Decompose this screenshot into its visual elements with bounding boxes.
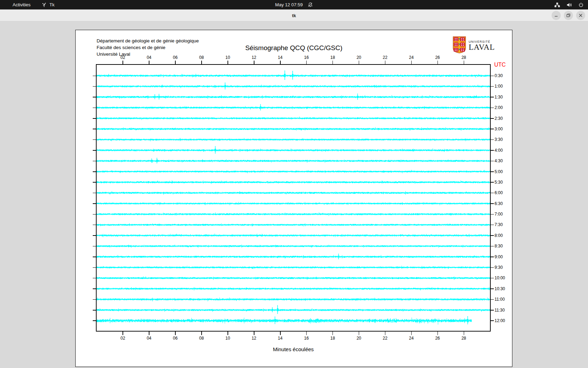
- row-time-label: 11:30: [495, 307, 505, 313]
- row-tick-left: [93, 235, 96, 236]
- row-tick-right: [491, 257, 494, 257]
- x-axis-tick-top: [227, 61, 228, 64]
- row-time-label: 8:30: [495, 243, 503, 249]
- row-tick-right: [491, 267, 494, 268]
- x-axis-tick-label-top: 08: [199, 55, 204, 60]
- institution-line: Faculté des sciences et de génie: [97, 44, 199, 51]
- x-axis-tick-label-top: 12: [252, 55, 256, 60]
- row-time-label: 10:00: [495, 275, 505, 281]
- x-axis-title: Minutes écoulées: [273, 346, 314, 352]
- row-tick-left: [93, 320, 96, 321]
- x-axis-tick-label-top: 28: [461, 55, 466, 60]
- row-tick-right: [491, 139, 494, 140]
- row-tick-right: [491, 246, 494, 247]
- laval-shield-icon: [453, 36, 466, 55]
- x-axis-tick-top: [464, 61, 464, 64]
- row-tick-left: [93, 225, 96, 225]
- x-axis-tick-top: [438, 61, 438, 64]
- x-axis-tick-label-top: 26: [435, 55, 440, 60]
- row-tick-left: [93, 139, 96, 140]
- x-axis-tick-label-bottom: 08: [199, 336, 204, 341]
- row-tick-left: [93, 267, 96, 268]
- row-tick-left: [93, 118, 96, 119]
- volume-icon: [566, 2, 572, 8]
- x-axis-tick-bottom: [385, 332, 386, 335]
- row-time-label: 2:30: [495, 116, 503, 121]
- x-axis-tick-bottom: [464, 332, 464, 335]
- x-axis-tick-label-bottom: 14: [278, 336, 282, 341]
- tk-icon: [42, 2, 47, 7]
- x-axis-tick-bottom: [175, 332, 176, 335]
- x-axis-tick-top: [332, 61, 333, 64]
- x-axis-tick-label-bottom: 12: [252, 336, 256, 341]
- window-title: tk: [292, 13, 296, 18]
- row-tick-left: [93, 76, 96, 76]
- x-axis-tick-label-top: 16: [304, 55, 309, 60]
- row-time-label: 8:00: [495, 233, 503, 238]
- row-time-label: 2:00: [495, 105, 503, 110]
- row-time-label: 1:00: [495, 83, 503, 89]
- x-axis-tick-label-top: 14: [278, 55, 282, 60]
- row-time-label: 4:30: [495, 158, 503, 164]
- row-time-label: 12:00: [495, 318, 505, 323]
- row-tick-left: [93, 299, 96, 300]
- row-time-label: 3:30: [495, 137, 503, 142]
- clock-menu[interactable]: May 12 07:59: [275, 2, 313, 7]
- x-axis-tick-label-top: 18: [330, 55, 335, 60]
- x-axis-tick-bottom: [411, 332, 412, 335]
- x-axis-tick-label-top: 06: [173, 55, 177, 60]
- x-axis-tick-top: [411, 61, 412, 64]
- x-axis-tick-label-bottom: 20: [357, 336, 361, 341]
- x-axis-tick-top: [175, 61, 176, 64]
- activities-button[interactable]: Activities: [10, 1, 33, 8]
- row-time-label: 11:00: [495, 297, 505, 302]
- app-indicator[interactable]: Tk: [42, 2, 54, 7]
- x-axis-tick-label-top: 20: [357, 55, 361, 60]
- row-tick-right: [491, 288, 494, 289]
- x-axis-tick-top: [280, 61, 281, 64]
- x-axis-tick-bottom: [149, 332, 149, 335]
- maximize-button[interactable]: [564, 11, 573, 20]
- x-axis-tick-label-bottom: 02: [120, 336, 125, 341]
- row-tick-left: [93, 257, 96, 257]
- close-button[interactable]: [576, 11, 585, 20]
- chart-title: Séismographe QCQ (CGC/GSC): [245, 44, 343, 52]
- row-tick-right: [491, 278, 494, 279]
- x-axis-tick-top: [254, 61, 254, 64]
- row-tick-left: [93, 97, 96, 97]
- x-axis-tick-label-top: 22: [383, 55, 387, 60]
- gnome-top-bar: Activities Tk May 12 07:59: [0, 0, 588, 9]
- x-axis-tick-label-top: 24: [409, 55, 414, 60]
- utc-label: UTC: [494, 62, 506, 68]
- row-tick-left: [93, 150, 96, 151]
- x-axis-tick-bottom: [201, 332, 202, 335]
- row-tick-left: [93, 288, 96, 289]
- system-tray[interactable]: [554, 2, 584, 8]
- row-time-label: 10:30: [495, 286, 505, 292]
- row-time-label: 9:30: [495, 265, 503, 270]
- row-tick-left: [93, 161, 96, 162]
- row-tick-left: [93, 129, 96, 129]
- row-tick-left: [93, 214, 96, 215]
- row-tick-right: [491, 214, 494, 215]
- x-axis-tick-label-bottom: 06: [173, 336, 177, 341]
- row-tick-right: [491, 108, 494, 108]
- x-axis-tick-bottom: [254, 332, 254, 335]
- row-tick-right: [491, 310, 494, 311]
- minimize-button[interactable]: [552, 11, 561, 20]
- window-title-bar[interactable]: tk: [0, 9, 588, 21]
- x-axis-tick-top: [149, 61, 149, 64]
- row-time-label: 3:00: [495, 126, 503, 132]
- x-axis-tick-top: [122, 61, 123, 64]
- x-axis-tick-label-top: 02: [120, 55, 125, 60]
- row-time-label: 7:30: [495, 222, 503, 227]
- row-time-label: 4:00: [495, 148, 503, 153]
- clock-label: May 12 07:59: [275, 2, 303, 7]
- row-tick-right: [491, 118, 494, 119]
- x-axis-tick-label-bottom: 18: [330, 336, 335, 341]
- row-tick-left: [93, 171, 96, 172]
- logo-text-large: LAVAL: [469, 43, 495, 51]
- row-time-label: 9:00: [495, 254, 503, 260]
- x-axis-tick-bottom: [438, 332, 438, 335]
- x-axis-tick-label-top: 10: [225, 55, 230, 60]
